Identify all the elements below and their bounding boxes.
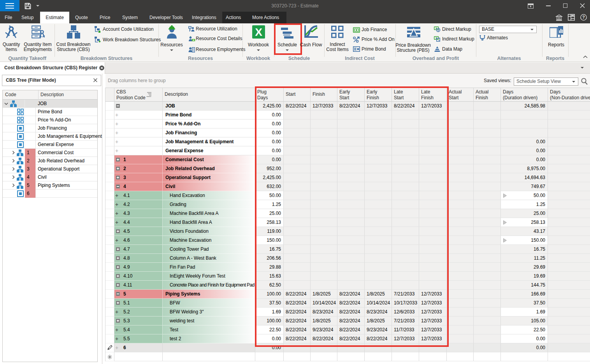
svg-text:?: ? bbox=[582, 15, 585, 19]
svg-text:X: X bbox=[255, 26, 262, 38]
